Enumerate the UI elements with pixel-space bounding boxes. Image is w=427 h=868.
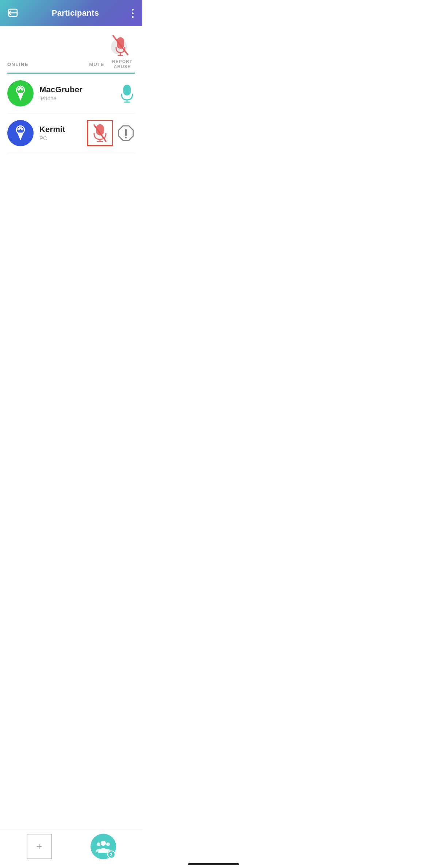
participant-info: MacGruber iPhone xyxy=(39,85,119,101)
avatar xyxy=(7,80,34,106)
column-labels: ONLINE MUTE REPORTABUSE xyxy=(7,59,135,74)
header-icons-row xyxy=(7,26,135,59)
report-abuse-button[interactable] xyxy=(117,124,135,142)
more-options-button[interactable] xyxy=(130,7,135,19)
svg-rect-11 xyxy=(123,85,131,96)
participant-device: PC xyxy=(39,135,87,141)
participant-device: iPhone xyxy=(39,95,119,101)
action-icons xyxy=(87,120,135,146)
participants-list: MacGruber iPhone xyxy=(0,74,142,153)
app-header: Participants xyxy=(0,0,142,26)
participant-name: MacGruber xyxy=(39,85,119,94)
svg-point-24 xyxy=(125,136,127,138)
svg-point-10 xyxy=(19,86,22,89)
avatar xyxy=(7,120,34,146)
dot-3 xyxy=(132,16,134,18)
back-button[interactable] xyxy=(7,7,20,20)
participant-info: Kermit PC xyxy=(39,125,87,141)
mute-column-label: MUTE xyxy=(84,62,109,70)
svg-point-17 xyxy=(19,126,22,129)
dot-1 xyxy=(132,9,134,11)
participant-name: Kermit xyxy=(39,125,87,134)
column-headers-area: ONLINE MUTE REPORTABUSE xyxy=(0,26,142,74)
mute-button[interactable] xyxy=(87,120,113,146)
table-row: Kermit PC xyxy=(7,113,135,153)
report-column-label: REPORTABUSE xyxy=(109,59,135,73)
mute-column-header-icon xyxy=(109,32,132,58)
online-column-label: ONLINE xyxy=(7,62,84,70)
dot-2 xyxy=(132,12,134,14)
table-row: MacGruber iPhone xyxy=(7,74,135,113)
action-icons xyxy=(119,84,135,103)
mute-button[interactable] xyxy=(119,84,135,103)
page-title: Participants xyxy=(52,8,99,18)
